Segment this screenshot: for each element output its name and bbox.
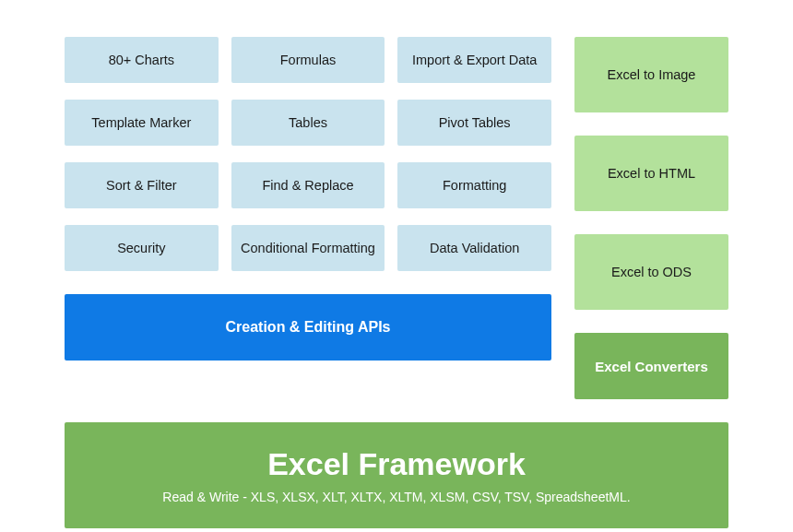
- excel-framework-banner: Excel Framework Read & Write - XLS, XLSX…: [65, 422, 728, 528]
- converter-excel-to-image: Excel to Image: [574, 37, 728, 112]
- feature-formulas: Formulas: [231, 37, 385, 83]
- top-row: 80+ Charts Formulas Import & Export Data…: [65, 37, 728, 399]
- features-column: 80+ Charts Formulas Import & Export Data…: [65, 37, 551, 399]
- excel-converters-header: Excel Converters: [574, 333, 728, 399]
- features-grid: 80+ Charts Formulas Import & Export Data…: [65, 37, 551, 271]
- diagram-container: 80+ Charts Formulas Import & Export Data…: [65, 37, 728, 528]
- feature-charts: 80+ Charts: [65, 37, 219, 83]
- feature-sort-filter: Sort & Filter: [65, 162, 219, 208]
- feature-data-validation: Data Validation: [397, 225, 551, 271]
- feature-conditional-formatting: Conditional Formatting: [231, 225, 385, 271]
- feature-tables: Tables: [231, 100, 385, 146]
- creation-editing-apis-header: Creation & Editing APIs: [65, 294, 551, 361]
- feature-find-replace: Find & Replace: [231, 162, 385, 208]
- converter-excel-to-html: Excel to HTML: [574, 136, 728, 211]
- feature-formatting: Formatting: [397, 162, 551, 208]
- converter-excel-to-ods: Excel to ODS: [574, 234, 728, 310]
- feature-pivot-tables: Pivot Tables: [397, 100, 551, 146]
- feature-import-export: Import & Export Data: [397, 37, 551, 83]
- feature-template-marker: Template Marker: [65, 100, 219, 146]
- framework-subtitle: Read & Write - XLS, XLSX, XLT, XLTX, XLT…: [162, 490, 630, 504]
- converters-column: Excel to Image Excel to HTML Excel to OD…: [574, 37, 728, 399]
- framework-title: Excel Framework: [267, 446, 526, 482]
- feature-security: Security: [65, 225, 219, 271]
